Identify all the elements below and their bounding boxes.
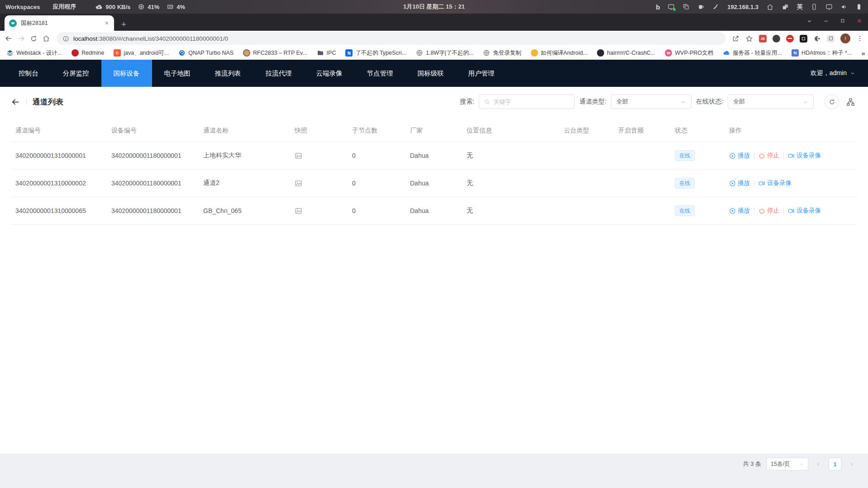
bookmark-item[interactable]: 服务器 - 轻量应用... [723, 49, 782, 57]
page-content: 通道列表 搜索: 通道类型: 全部 在线状态: 全部 [0, 87, 868, 488]
extension-capture-icon[interactable] [800, 35, 807, 43]
nav-item-console[interactable]: 控制台 [6, 60, 51, 87]
layers-icon [6, 49, 14, 57]
tux-icon [531, 49, 538, 57]
bookmark-folder[interactable]: IPC [317, 49, 336, 57]
home-icon[interactable] [42, 34, 50, 43]
page-header: 通道列表 搜索: 通道类型: 全部 在线状态: 全部 [0, 87, 868, 112]
coffee-tray-icon[interactable] [697, 3, 705, 10]
channel-type-select[interactable]: 全部 [611, 95, 692, 109]
nav-item-gb-cascade[interactable]: 国标级联 [405, 60, 456, 87]
home-tray-icon[interactable] [766, 3, 774, 11]
reload-icon[interactable] [30, 35, 38, 43]
channel-id: 34020000001310000001 [11, 152, 107, 159]
user-menu[interactable]: 欢迎，admin [811, 69, 855, 77]
clipboard-tray-icon[interactable] [682, 3, 690, 10]
extension-dark-icon[interactable] [773, 35, 780, 43]
workspace-switcher-icon[interactable] [782, 3, 789, 11]
color-picker-tray-icon[interactable] [712, 3, 720, 10]
child-count: 0 [348, 207, 405, 214]
nav-item-push-list[interactable]: 推流列表 [203, 60, 253, 87]
nav-item-node-manage[interactable]: 节点管理 [355, 60, 405, 87]
clock[interactable]: 1月10日 星期二 15：21 [403, 3, 465, 11]
page-size-select[interactable]: 15条/页 [767, 458, 808, 470]
bookmark-item[interactable]: WWVP-PRO文档 [665, 49, 713, 57]
prev-page-button[interactable] [814, 458, 823, 470]
bookmark-item[interactable]: NHDAtmos :: 种子 *... [792, 49, 852, 57]
play-button[interactable]: 播放 [729, 179, 750, 187]
current-page-button[interactable]: 1 [829, 458, 841, 470]
nav-item-gb-devices[interactable]: 国标设备 [101, 60, 152, 87]
side-panel-icon[interactable] [827, 35, 835, 43]
display-tray-icon[interactable] [825, 3, 833, 10]
input-method-indicator[interactable]: 英 [797, 3, 803, 11]
nav-item-map[interactable]: 电子地图 [152, 60, 203, 87]
table-row: 34020000001310000065 3402000000118000000… [11, 197, 857, 225]
sitemap-icon [846, 98, 855, 106]
divider [754, 180, 754, 186]
applications-button[interactable]: 应用程序 [52, 3, 76, 11]
bookmark-item[interactable]: Redmine [72, 49, 104, 57]
bookmark-item[interactable]: Webstack - 设计... [6, 49, 62, 57]
play-button[interactable]: 播放 [729, 207, 750, 215]
bookmark-item[interactable]: RFC2833 – RTP Ev... [243, 49, 307, 57]
extension-js-icon[interactable]: JS [759, 35, 767, 43]
screenshot-tray-icon[interactable] [668, 3, 675, 10]
play-button[interactable]: 播放 [729, 152, 750, 160]
stop-button[interactable]: 停止 [758, 152, 779, 160]
next-page-button[interactable] [847, 458, 856, 470]
extension-blocker-icon[interactable] [786, 35, 794, 43]
online-status-select[interactable]: 全部 [728, 95, 814, 109]
phone-tray-icon[interactable] [811, 3, 818, 10]
profile-avatar[interactable]: I [840, 33, 850, 43]
stop-button[interactable]: 停止 [758, 207, 779, 215]
bookmark-item[interactable]: 1.8W字|了不起的... [416, 49, 473, 57]
bookmark-item[interactable]: 免登录复制 [483, 49, 521, 57]
tab-search-icon[interactable] [806, 18, 812, 24]
bookmark-item[interactable]: 知了不起的 TypeScri... [345, 49, 406, 57]
bookmark-item[interactable]: QNAP Turbo NAS [178, 49, 234, 57]
volume-icon[interactable] [840, 3, 848, 10]
site-info-icon[interactable] [62, 35, 69, 42]
back-icon[interactable] [5, 34, 13, 43]
snapshot-icon[interactable] [295, 207, 302, 215]
device-record-button[interactable]: 设备录像 [788, 152, 821, 160]
minimize-icon[interactable] [823, 18, 829, 24]
search-input[interactable] [493, 99, 570, 105]
nav-item-split-monitor[interactable]: 分屏监控 [51, 60, 101, 87]
back-arrow-icon[interactable] [11, 97, 20, 107]
ip-address[interactable]: 192.168.1.3 [727, 4, 758, 10]
tab-close-icon[interactable] [104, 20, 110, 26]
maximize-icon[interactable] [840, 18, 845, 24]
col-header: 操作 [725, 127, 857, 135]
close-window-icon[interactable] [856, 18, 863, 24]
col-header: 子节点数 [348, 127, 405, 135]
device-record-button[interactable]: 设备录像 [788, 207, 821, 215]
bookmark-star-icon[interactable] [745, 35, 753, 43]
bookmark-item[interactable]: hairrrrr/C-CrashC... [597, 49, 655, 57]
forward-icon[interactable] [17, 34, 25, 43]
bing-tray-icon[interactable]: b [656, 3, 660, 11]
channel-type-label: 通道类型: [579, 98, 606, 106]
nav-item-user-manage[interactable]: 用户管理 [456, 60, 507, 87]
browser-tab[interactable]: 国标28181 [5, 15, 114, 31]
workspaces-button[interactable]: Workspaces [5, 4, 40, 10]
nav-item-pull-proxy[interactable]: 拉流代理 [253, 60, 304, 87]
device-record-button[interactable]: 设备录像 [758, 179, 792, 187]
bookmarks-overflow-chevron[interactable]: » [861, 49, 865, 57]
extensions-puzzle-icon[interactable] [813, 35, 821, 43]
globe-icon [483, 49, 490, 57]
refresh-button[interactable] [825, 95, 839, 109]
snapshot-icon[interactable] [295, 180, 302, 187]
browser-menu-icon[interactable] [856, 35, 863, 42]
new-tab-button[interactable] [120, 21, 127, 28]
bookmark-item[interactable]: 如何编译Android... [531, 49, 588, 57]
child-count: 0 [348, 152, 405, 159]
address-bar[interactable]: localhost:38080/#/channelList/3402000000… [57, 32, 725, 45]
bookmark-item[interactable]: Cjava、android可... [114, 49, 169, 57]
snapshot-icon[interactable] [295, 152, 302, 160]
share-icon[interactable] [732, 35, 739, 43]
pagination-bar: 共 3 条 15条/页 1 [0, 454, 868, 488]
nav-item-cloud-record[interactable]: 云端录像 [304, 60, 355, 87]
tree-view-button[interactable] [844, 95, 857, 109]
